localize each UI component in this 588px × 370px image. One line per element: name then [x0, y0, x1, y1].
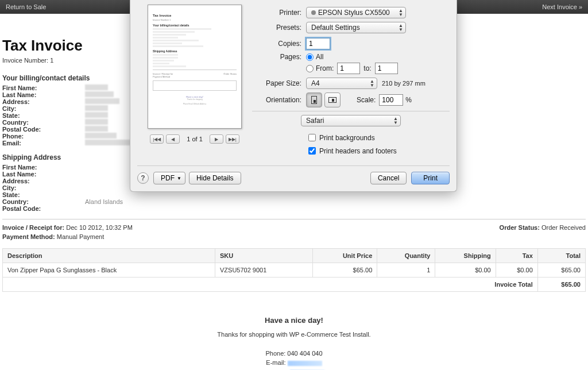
label-phone: Phone: — [2, 133, 85, 140]
orientation-portrait-button[interactable] — [306, 92, 322, 107]
footer-block: Have a nice day! Thanks for shopping wit… — [2, 315, 586, 370]
label-address: Address: — [2, 98, 85, 105]
ship-country-value: Aland Islands — [85, 198, 123, 205]
pdf-menu-button[interactable]: PDF▼ — [153, 172, 185, 184]
presets-label: Presets: — [252, 24, 306, 32]
paper-size-label: Paper Size: — [252, 79, 306, 87]
cell-tax: $0.00 — [496, 263, 537, 278]
last-page-button[interactable]: ▶▶| — [226, 134, 239, 144]
print-headers-label: Print headers and footers — [319, 147, 397, 155]
landscape-icon — [328, 97, 336, 103]
payment-method-value: Manual Payment — [57, 233, 105, 240]
th-total: Total — [537, 249, 585, 263]
scale-label: Scale: — [357, 96, 376, 104]
label-state: State: — [2, 112, 85, 119]
print-dialog: Tax Invoice Invoice Number 1 Your billin… — [130, 0, 457, 192]
pages-from-label: From: — [316, 64, 334, 72]
meta-line: Invoice / Receipt for: Dec 10 2012, 10:3… — [2, 224, 586, 231]
order-status-label: Order Status: — [500, 224, 540, 231]
thanks-line: Thanks for shopping with WP e-Commerce T… — [2, 330, 586, 340]
pages-to-label: to: — [363, 64, 371, 72]
scale-input[interactable] — [379, 94, 403, 106]
label-postal-code: Postal Code: — [2, 126, 85, 133]
th-unit-price: Unit Price — [313, 249, 377, 263]
next-page-button[interactable]: ▶ — [210, 134, 223, 144]
label-email: Email: — [2, 140, 85, 147]
ship-state: State: — [2, 191, 85, 198]
ship-country: Country: — [2, 198, 85, 205]
prev-page-button[interactable]: ◀ — [166, 134, 180, 144]
page-indicator: 1 of 1 — [187, 136, 203, 142]
payment-method-label: Payment Method: — [2, 233, 55, 240]
printer-select[interactable]: EPSON Stylus CX5500 ▲▼ — [306, 7, 406, 18]
chevron-updown-icon: ▲▼ — [393, 117, 398, 125]
hide-details-button[interactable]: Hide Details — [189, 172, 241, 184]
scale-percent: % — [405, 96, 412, 104]
chevron-updown-icon: ▲▼ — [399, 24, 403, 32]
footer-email-label: E-mail: — [266, 359, 287, 366]
footer-email-value — [288, 361, 322, 366]
cell-unit-price: $65.00 — [313, 263, 377, 278]
print-backgrounds-checkbox[interactable] — [308, 134, 316, 141]
chevron-updown-icon: ▲▼ — [370, 79, 374, 87]
receipt-value: Dec 10 2012, 10:32 PM — [66, 224, 133, 231]
pages-all-label: All — [316, 53, 323, 61]
next-invoice-link[interactable]: Next Invoice » — [542, 3, 582, 10]
print-button[interactable]: Print — [411, 172, 450, 184]
invoice-total-label: Invoice Total — [3, 278, 538, 292]
cell-quantity: 1 — [377, 263, 435, 278]
print-preview-page: Tax Invoice Invoice Number 1 Your billin… — [148, 5, 242, 129]
receipt-label: Invoice / Receipt for: — [2, 224, 64, 231]
items-table: Description SKU Unit Price Quantity Ship… — [2, 248, 586, 292]
th-shipping: Shipping — [435, 249, 496, 263]
return-to-sale-link[interactable]: Return to Sale — [6, 3, 46, 10]
th-quantity: Quantity — [377, 249, 435, 263]
ship-last-name: Last Name: — [2, 171, 85, 178]
print-backgrounds-label: Print backgrounds — [319, 134, 375, 142]
paper-size-select[interactable]: A4 ▲▼ — [306, 78, 377, 89]
separator — [2, 219, 586, 219]
ship-postal-code: Postal Code: — [2, 205, 85, 212]
table-row: Von Zipper Papa G Sunglasses - Black VZS… — [3, 263, 586, 278]
orientation-label: Orientation: — [252, 96, 306, 104]
help-button[interactable]: ? — [137, 172, 149, 184]
table-total-row: Invoice Total $65.00 — [3, 278, 586, 292]
orientation-landscape-button[interactable] — [324, 92, 341, 107]
printer-label: Printer: — [252, 9, 306, 17]
cell-shipping: $0.00 — [435, 263, 496, 278]
invoice-total-value: $65.00 — [537, 278, 585, 292]
print-headers-checkbox[interactable] — [308, 147, 316, 155]
pages-range-radio[interactable] — [306, 65, 314, 72]
pages-to-input[interactable] — [375, 63, 398, 74]
preview-title: Tax Invoice — [153, 14, 237, 17]
chevron-updown-icon: ▲▼ — [399, 9, 403, 17]
pages-all-radio[interactable] — [306, 53, 314, 61]
cell-sku: VZSU5702 9001 — [215, 263, 313, 278]
order-status-value: Order Received — [541, 224, 586, 231]
print-preview-column: Tax Invoice Invoice Number 1 Your billin… — [137, 1, 252, 159]
ship-address: Address: — [2, 178, 85, 184]
cancel-button[interactable]: Cancel — [370, 172, 407, 184]
cell-description: Von Zipper Papa G Sunglasses - Black — [3, 263, 215, 278]
copies-label: Copies: — [252, 40, 306, 48]
label-last-name: Last Name: — [2, 91, 85, 98]
cell-total: $65.00 — [537, 263, 585, 278]
th-sku: SKU — [215, 249, 313, 263]
chevron-down-icon: ▼ — [177, 176, 181, 181]
th-tax: Tax — [496, 249, 537, 263]
pages-from-input[interactable] — [337, 63, 360, 74]
nice-day: Have a nice day! — [2, 315, 586, 326]
presets-select[interactable]: Default Settings ▲▼ — [306, 22, 406, 33]
preview-nav: |◀◀ ◀ 1 of 1 ▶ ▶▶| — [137, 134, 252, 144]
print-form: Printer: EPSON Stylus CX5500 ▲▼ Presets:… — [252, 1, 450, 159]
printer-status-icon — [311, 10, 316, 15]
th-description: Description — [3, 249, 215, 263]
first-page-button[interactable]: |◀◀ — [150, 134, 164, 144]
portrait-icon — [311, 96, 317, 104]
app-options-select[interactable]: Safari ▲▼ — [301, 115, 401, 126]
label-city: City: — [2, 105, 85, 112]
ship-first-name: First Name: — [2, 164, 85, 171]
copies-input[interactable] — [306, 38, 330, 49]
label-first-name: First Name: — [2, 84, 85, 91]
footer-phone: Phone: 040 404 040 — [2, 349, 586, 359]
